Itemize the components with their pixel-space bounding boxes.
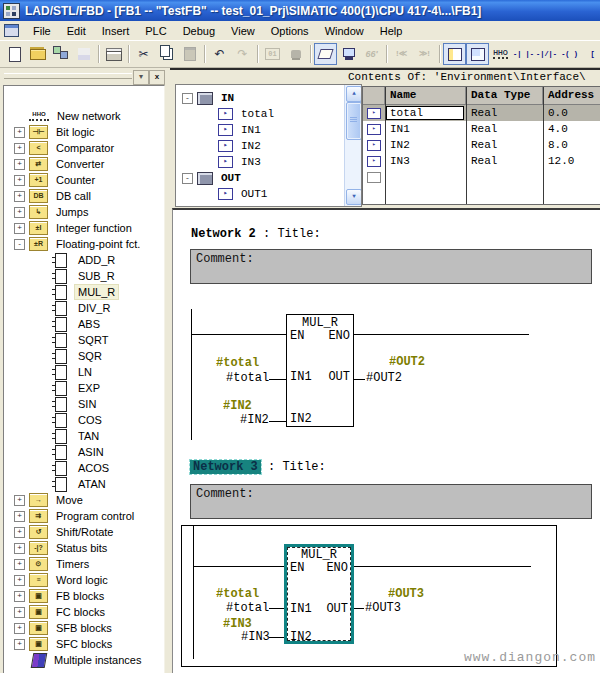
menu-item[interactable]: Window	[317, 22, 372, 40]
expander-icon[interactable]: +	[14, 143, 25, 154]
menu-item[interactable]: Edit	[59, 22, 94, 40]
sidebar-item-counter[interactable]: + +1 Counter	[4, 172, 164, 188]
sidebar-item-ln[interactable]: LN	[4, 364, 164, 380]
sidebar-item-mul-r[interactable]: MUL_R	[4, 284, 164, 300]
expander-icon[interactable]: -	[182, 173, 193, 184]
operand-in2[interactable]: #IN3	[241, 630, 270, 644]
sidebar-item-db-call[interactable]: + DB DB call	[4, 188, 164, 204]
operand-in1[interactable]: #total	[226, 371, 269, 385]
decl-row-total[interactable]: total Real 0.0	[363, 105, 600, 121]
sidebar-item-bit-logic[interactable]: + ⊣⊢ Bit logic	[4, 124, 164, 140]
menu-item[interactable]: Help	[372, 22, 411, 40]
network2-label[interactable]: Network 2 : Title:	[191, 227, 321, 241]
goto-previous-error-button[interactable]: !≪	[390, 43, 413, 65]
var-item-out1[interactable]: ▸ OUT1	[176, 186, 361, 202]
cell-address[interactable]: 12.0	[543, 155, 600, 167]
cell-name[interactable]: IN1	[385, 123, 466, 135]
sidebar-item-cos[interactable]: COS	[4, 412, 164, 428]
titlebar[interactable]: LAD/STL/FBD - [FB1 -- "TestFB" -- test_0…	[0, 0, 600, 21]
cell-data-type[interactable]: Real	[466, 123, 543, 135]
expander-icon[interactable]: +	[14, 639, 25, 650]
menu-item[interactable]: PLC	[137, 22, 174, 40]
menu-item[interactable]: View	[223, 22, 263, 40]
var-item-out[interactable]: - OUT	[176, 170, 361, 186]
cell-address[interactable]: 4.0	[543, 123, 600, 135]
symbol-info-button[interactable]	[314, 43, 337, 65]
name-column-header[interactable]: Name	[385, 87, 466, 104]
ladder-editor[interactable]: Network 2 : Title: Comment: MUL_R EN ENO…	[172, 208, 600, 673]
sidebar-item-fb-blocks[interactable]: + ▣ FB blocks	[4, 588, 164, 604]
child-window-icon[interactable]	[4, 24, 19, 37]
toolbar-separator[interactable]	[386, 45, 387, 63]
detail-view-button[interactable]	[466, 43, 489, 65]
copy-button[interactable]	[155, 43, 178, 65]
sidebar-item-integer-function[interactable]: + ±I Integer function	[4, 220, 164, 236]
scrollbar[interactable]: ▲ ▼	[344, 85, 361, 206]
sidebar-item-sfb-blocks[interactable]: + ▣ SFB blocks	[4, 620, 164, 636]
data-type-column-header[interactable]: Data Type	[466, 87, 543, 104]
sidebar-item-timers[interactable]: + ⊙ Timers	[4, 556, 164, 572]
toolbar-separator[interactable]	[128, 45, 129, 63]
cell-name[interactable]	[385, 171, 466, 183]
expander-icon[interactable]: +	[14, 543, 25, 554]
print-button[interactable]	[102, 43, 125, 65]
decl-row-empty[interactable]	[363, 169, 600, 185]
sidebar-item-add-r[interactable]: ADD_R	[4, 252, 164, 268]
sidebar-item-abs[interactable]: ABS	[4, 316, 164, 332]
sidebar-item-word-logic[interactable]: + ≡ Word logic	[4, 572, 164, 588]
cell-address[interactable]: 0.0	[543, 107, 600, 119]
sidebar-item-floating-point-fct[interactable]: - ±R Floating-point fct.	[4, 236, 164, 252]
scroll-thumb[interactable]	[346, 102, 362, 140]
menu-item[interactable]: Insert	[94, 22, 138, 40]
expander-icon[interactable]: +	[14, 495, 25, 506]
expander-icon[interactable]: +	[14, 207, 25, 218]
expander-icon[interactable]: +	[14, 223, 25, 234]
open-button[interactable]	[26, 43, 49, 65]
menu-item[interactable]: Debug	[175, 22, 223, 40]
coil-button[interactable]: -( )	[558, 43, 581, 65]
expander-icon[interactable]: +	[14, 175, 25, 186]
var-item-in2[interactable]: ▸ IN2	[176, 138, 361, 154]
var-item-in[interactable]: - IN	[176, 90, 361, 106]
network3-selected-chip[interactable]: Network 3	[190, 460, 261, 474]
var-item-in3[interactable]: ▸ IN3	[176, 154, 361, 170]
operand-in1[interactable]: #total	[226, 601, 269, 615]
cut-button[interactable]: ✂	[132, 43, 155, 65]
sidebar-item-asin[interactable]: ASIN	[4, 444, 164, 460]
var-item-in1[interactable]: ▸ IN1	[176, 122, 361, 138]
expander-icon[interactable]: +	[14, 527, 25, 538]
toolbar-separator[interactable]	[439, 45, 440, 63]
sidebar-item-exp[interactable]: EXP	[4, 380, 164, 396]
undo-button[interactable]: ↶	[208, 43, 231, 65]
network3-label[interactable]: Network 3 : Title:	[190, 460, 326, 474]
sidebar-item-converter[interactable]: + ⇄ Converter	[4, 156, 164, 172]
scroll-up-icon[interactable]: ▲	[346, 86, 362, 102]
expander-icon[interactable]: +	[14, 591, 25, 602]
sidebar-item-shift-rotate[interactable]: + ↺ Shift/Rotate	[4, 524, 164, 540]
operand-in2[interactable]: #IN2	[240, 413, 269, 427]
network3-comment[interactable]: Comment:	[190, 484, 592, 519]
expander-icon[interactable]: +	[14, 559, 25, 570]
call-structure-button[interactable]: 01	[261, 43, 284, 65]
monitor-station-button[interactable]	[337, 43, 360, 65]
sidebar-item-atan[interactable]: ATAN	[4, 476, 164, 492]
sidebar-item-fc-blocks[interactable]: + ▣ FC blocks	[4, 604, 164, 620]
cell-data-type[interactable]: Real	[466, 139, 543, 151]
new-button[interactable]	[3, 43, 26, 65]
sidebar-item-tan[interactable]: TAN	[4, 428, 164, 444]
address-column-header[interactable]: Address	[543, 87, 600, 104]
expander-icon[interactable]: +	[14, 623, 25, 634]
sidebar-item-div-r[interactable]: DIV_R	[4, 300, 164, 316]
new-network-button[interactable]: HHO	[489, 43, 512, 65]
expander-icon[interactable]: +	[14, 127, 25, 138]
station-download-button[interactable]	[49, 43, 72, 65]
cell-data-type[interactable]: Real	[466, 107, 543, 119]
var-item-total[interactable]: ▸ total	[176, 106, 361, 122]
cell-name[interactable]: IN2	[385, 139, 466, 151]
dock-close-button[interactable]: x	[149, 70, 165, 85]
sidebar-item-sub-r[interactable]: SUB_R	[4, 268, 164, 284]
decl-row-in1[interactable]: IN1 Real 4.0	[363, 121, 600, 137]
sidebar-item-sqr[interactable]: SQR	[4, 348, 164, 364]
operand-out[interactable]: #OUT2	[366, 371, 402, 385]
dock-grip[interactable]: ▾ x	[2, 69, 168, 84]
